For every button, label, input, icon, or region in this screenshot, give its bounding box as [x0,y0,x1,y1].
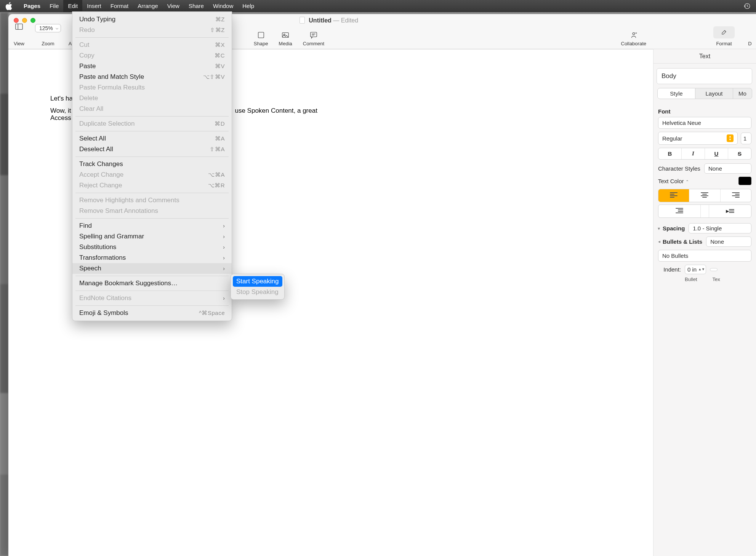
shape-icon [257,31,265,39]
menu-clear-all[interactable]: Clear All [72,104,232,114]
menu-select-all[interactable]: Select All⌘A [72,133,232,144]
svg-rect-3 [258,32,264,38]
toolbar-zoom[interactable]: 125% Zoom [35,24,61,46]
zoom-select[interactable]: 125% [35,24,61,32]
chevron-right-icon: › [223,223,225,229]
menu-bookmarks[interactable]: Manage Bookmark Suggestions… [72,278,232,289]
menu-cut[interactable]: Cut⌘X [72,40,232,50]
menubar-share[interactable]: Share [184,0,208,12]
menu-redo[interactable]: Redo⇧⌘Z [72,25,232,35]
menu-speech[interactable]: Speech› [72,263,232,274]
menu-paste-formula[interactable]: Paste Formula Results [72,82,232,93]
toolbar-media[interactable]: Media [279,31,292,46]
menu-reject-change[interactable]: Reject Change⌥⌘R [72,180,232,191]
menu-remove-highlights[interactable]: Remove Highlights and Comments [72,195,232,206]
menubar-app-name[interactable]: Pages [19,0,45,12]
menu-paste[interactable]: Paste⌘V [72,61,232,72]
submenu-stop-speaking[interactable]: Stop Speaking [231,287,284,297]
system-menubar: Pages File Edit Insert Format Arrange Vi… [0,0,491,12]
toolbar-shape[interactable]: Shape [254,31,268,46]
menu-find[interactable]: Find› [72,220,232,231]
menu-deselect-all[interactable]: Deselect All⇧⌘A [72,144,232,155]
menu-substitutions[interactable]: Substitutions› [72,242,232,252]
menu-delete[interactable]: Delete [72,93,232,104]
menu-spelling[interactable]: Spelling and Grammar› [72,231,232,242]
menu-paste-match[interactable]: Paste and Match Style⌥⇧⌘V [72,72,232,82]
menubar-window[interactable]: Window [208,0,238,12]
speech-submenu: Start Speaking Stop Speaking [231,274,285,300]
document-name: Untitled [309,17,332,24]
menu-accept-change[interactable]: Accept Change⌥⌘A [72,169,232,180]
menu-endnote[interactable]: EndNote Citations› [72,293,232,304]
menubar-insert[interactable]: Insert [82,0,106,12]
menu-transformations[interactable]: Transformations› [72,252,232,263]
toolbar-view[interactable]: View [14,22,24,46]
menu-copy[interactable]: Copy⌘C [72,50,232,61]
edit-menu: Undo Typing⌘Z Redo⇧⌘Z Cut⌘X Copy⌘C Paste… [72,11,232,321]
menubar-format[interactable]: Format [106,0,133,12]
document-status: Edited [341,17,358,24]
document-icon [300,17,305,24]
chevron-right-icon: › [223,265,225,272]
menu-remove-smart[interactable]: Remove Smart Annotations [72,206,232,216]
menubar-arrange[interactable]: Arrange [133,0,162,12]
svg-rect-1 [16,24,22,30]
menu-track-changes[interactable]: Track Changes [72,159,232,169]
menu-emoji[interactable]: Emoji & Symbols^⌘Space [72,308,232,318]
menubar-view[interactable]: View [163,0,184,12]
menubar-help[interactable]: Help [238,0,259,12]
menu-duplicate-selection[interactable]: Duplicate Selection⌘D [72,118,232,129]
menubar-file[interactable]: File [45,0,63,12]
chevron-right-icon: › [223,244,225,250]
menubar-edit[interactable]: Edit [63,0,82,12]
svg-rect-6 [311,32,317,37]
toolbar-comment[interactable]: Comment [303,31,324,46]
chevron-right-icon: › [223,233,225,240]
media-icon [281,31,290,39]
chevron-right-icon: › [223,255,225,261]
comment-icon [309,31,318,39]
chevron-right-icon: › [223,295,225,301]
desktop-background [0,12,8,361]
menu-undo[interactable]: Undo Typing⌘Z [72,14,232,25]
submenu-start-speaking[interactable]: Start Speaking [233,276,282,287]
apple-logo-icon [5,2,12,11]
